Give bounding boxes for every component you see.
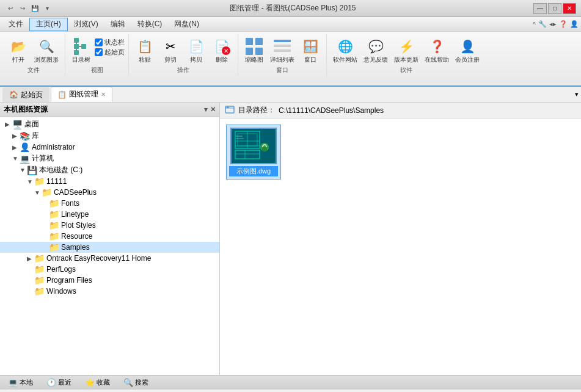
file-tree: ▶ 🖥️ 桌面 ▶ 📚 库 ▶ 👤 Administrator ▼: [0, 117, 219, 375]
detail-list-button[interactable]: 详细列表: [268, 35, 297, 65]
thumbnail-view-button[interactable]: 缩略图: [242, 35, 266, 65]
content-header: 目录路径： C:\11111\CADSeePlus\Samples: [220, 103, 581, 118]
tree-item-computer[interactable]: ▼ 💻 计算机: [0, 153, 219, 164]
tree-item-11111[interactable]: ▼ 📁 11111: [0, 176, 219, 187]
tree-button[interactable]: 目录树: [69, 35, 93, 65]
tree-item-drive-c[interactable]: ▼ 💾 本地磁盘 (C:): [0, 164, 219, 176]
statusbar-check[interactable]: 状态栏: [95, 38, 125, 47]
folder-windows-icon: 📁: [34, 286, 45, 296]
help-icon[interactable]: ❓: [559, 20, 568, 28]
tree-item-linetype[interactable]: 📁 Linetype: [0, 209, 219, 220]
tree-item-resource[interactable]: 📁 Resource: [0, 231, 219, 242]
qa-forward-icon[interactable]: ↪: [17, 3, 28, 14]
expander-computer[interactable]: ▼: [12, 155, 20, 162]
main-area: 本机图纸资源 ▾ ✕ ▶ 🖥️ 桌面 ▶ 📚 库: [0, 103, 581, 375]
quick-access-toolbar: ↩ ↪ 💾 ▾: [5, 3, 53, 14]
ribbon-group-file: 📂 打开 🔍 浏览图形 文件: [2, 34, 65, 76]
tree-item-samples[interactable]: 📁 Samples: [0, 242, 219, 253]
expander-desktop[interactable]: ▶: [5, 121, 12, 128]
folder-ontrack-icon: 📁: [34, 253, 45, 263]
home-icon: 🏠: [9, 90, 18, 99]
tab-startpage[interactable]: 🏠 起始页: [2, 87, 49, 102]
nav-icon[interactable]: ◂▸: [549, 20, 557, 28]
sidebar-close-icon[interactable]: ✕: [210, 106, 216, 114]
startpage-check[interactable]: 起始页: [95, 48, 125, 57]
qa-save-icon[interactable]: 💾: [29, 3, 40, 14]
browse-button[interactable]: 🔍 浏览图形: [32, 35, 61, 65]
register-button[interactable]: 👤 会员注册: [453, 35, 482, 65]
menu-edit[interactable]: 编辑: [104, 18, 131, 31]
maximize-button[interactable]: □: [548, 3, 561, 14]
svg-rect-10: [255, 48, 263, 55]
status-search-button[interactable]: 🔍 搜索: [119, 377, 153, 388]
menu-cloud[interactable]: 网盘(N): [168, 18, 205, 31]
content-body: 示例图.dwg: [220, 118, 581, 375]
tab-drawing-manager[interactable]: 📋 图纸管理 ✕: [51, 87, 112, 102]
menu-bar: 文件 主页(H) 浏览(V) 编辑 转换(C) 网盘(N) ^ 🔧 ◂▸ ❓ 👤: [0, 17, 581, 32]
menu-home[interactable]: 主页(H): [29, 18, 68, 31]
tree-item-library[interactable]: ▶ 📚 库: [0, 130, 219, 142]
view-checks: 状态栏 起始页: [95, 38, 125, 57]
delete-button[interactable]: 📄 ✕ 删除: [210, 35, 234, 65]
recent-icon: 🕐: [46, 378, 56, 387]
status-recent-button[interactable]: 🕐 最近: [42, 377, 76, 388]
window-button[interactable]: 🪟 窗口: [298, 35, 323, 65]
tree-item-ontrack[interactable]: ▶ 📁 Ontrack EasyRecovery11 Home: [0, 253, 219, 264]
paste-icon: 📋: [135, 37, 155, 56]
tab-dropdown-icon[interactable]: ▾: [575, 90, 579, 98]
copy-icon: 📄: [186, 37, 206, 56]
ops-group-label: 操作: [177, 66, 189, 76]
expander-11111[interactable]: ▼: [27, 178, 34, 185]
update-button[interactable]: ⚡ 版本更新: [392, 35, 421, 65]
tree-item-plotstyles[interactable]: 📁 Plot Styles: [0, 220, 219, 231]
minimize-button[interactable]: —: [533, 3, 547, 14]
tree-item-desktop[interactable]: ▶ 🖥️ 桌面: [0, 118, 219, 130]
user-icon[interactable]: 👤: [570, 20, 579, 28]
menu-file[interactable]: 文件: [2, 18, 29, 31]
drive-c-icon: 💾: [27, 165, 37, 175]
folder-samples-icon: 📁: [49, 242, 59, 252]
paste-button[interactable]: 📋 粘贴: [133, 35, 157, 65]
tree-item-admin[interactable]: ▶ 👤 Administrator: [0, 142, 219, 153]
status-favorites-button[interactable]: ⭐ 收藏: [81, 377, 114, 388]
tools-icon[interactable]: 🔧: [538, 20, 547, 28]
status-local-button[interactable]: 💻 本地: [4, 377, 37, 388]
feedback-button[interactable]: 💬 意见反馈: [361, 35, 390, 65]
update-icon: ⚡: [396, 37, 416, 56]
expander-admin[interactable]: ▶: [12, 144, 20, 151]
menu-convert[interactable]: 转换(C): [131, 18, 169, 31]
qa-dropdown-icon[interactable]: ▾: [42, 3, 53, 14]
view-group-label: 视图: [91, 66, 103, 76]
menu-right-icons: ^ 🔧 ◂▸ ❓ 👤: [533, 20, 579, 28]
tree-icon: [71, 37, 91, 56]
expander-ontrack[interactable]: ▶: [27, 255, 34, 262]
folder-plotstyles-icon: 📁: [49, 220, 59, 230]
cut-button[interactable]: ✂ 剪切: [158, 35, 183, 65]
website-button[interactable]: 🌐 软件网站: [331, 35, 360, 65]
expander-cadseeplus[interactable]: ▼: [34, 189, 42, 196]
register-icon: 👤: [458, 37, 477, 56]
desktop-icon: 🖥️: [12, 120, 23, 129]
tab-close-button[interactable]: ✕: [101, 91, 106, 98]
search-icon: 🔍: [123, 378, 133, 387]
sidebar-header: 本机图纸资源 ▾ ✕: [0, 103, 219, 117]
tree-item-perflogs[interactable]: 📁 PerfLogs: [0, 264, 219, 275]
tree-item-programfiles[interactable]: 📁 Program Files: [0, 275, 219, 286]
file-item-sample-dwg[interactable]: 示例图.dwg: [226, 125, 281, 180]
tree-item-cadseeplus[interactable]: ▼ 📁 CADSeePlus: [0, 187, 219, 198]
qa-back-icon[interactable]: ↩: [5, 3, 16, 14]
menu-browse[interactable]: 浏览(V): [68, 18, 104, 31]
expander-drive-c[interactable]: ▼: [20, 167, 27, 173]
close-button[interactable]: ✕: [563, 3, 576, 14]
help-button[interactable]: ❓ 在线帮助: [422, 35, 451, 65]
tree-item-fonts[interactable]: 📁 Fonts: [0, 198, 219, 209]
expander-library[interactable]: ▶: [12, 132, 20, 139]
sidebar-pin-icon[interactable]: ▾: [204, 106, 208, 114]
folder-resource-icon: 📁: [49, 231, 59, 241]
cut-icon: ✂: [161, 37, 180, 56]
collapse-icon[interactable]: ^: [533, 21, 536, 28]
file-name: 示例图.dwg: [229, 166, 278, 176]
open-button[interactable]: 📂 打开: [6, 35, 31, 65]
tree-item-windows[interactable]: 📁 Windows: [0, 286, 219, 297]
copy-button[interactable]: 📄 拷贝: [184, 35, 208, 65]
